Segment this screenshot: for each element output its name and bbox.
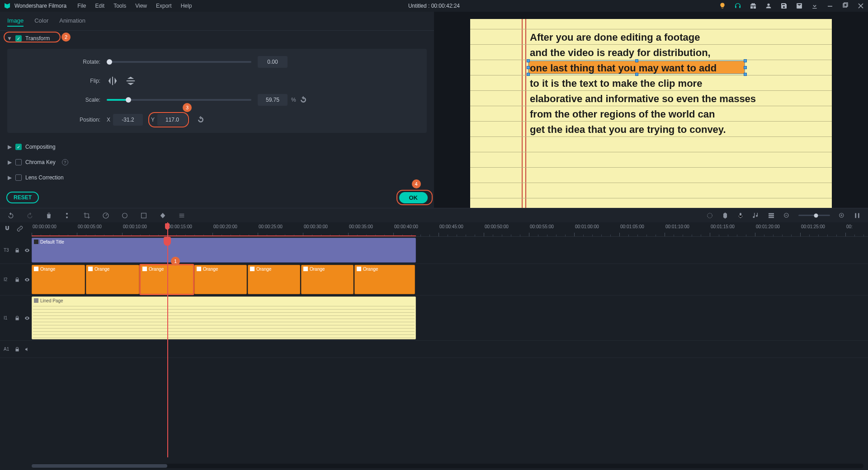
lens-checkbox[interactable] <box>15 174 22 181</box>
playhead-handle[interactable] <box>165 223 170 230</box>
render-icon[interactable] <box>706 212 713 219</box>
position-y-value[interactable]: 117.0 <box>157 114 187 126</box>
orange-clip[interactable]: Orange <box>248 265 300 294</box>
eye-icon[interactable] <box>24 315 30 321</box>
orange-clip[interactable]: Orange <box>140 265 193 294</box>
ruler-label: 00: <box>846 224 853 229</box>
notebook-margin-line <box>525 19 526 227</box>
menu-view[interactable]: View <box>135 3 147 9</box>
zoom-out-icon[interactable] <box>783 212 790 219</box>
close-button[interactable] <box>857 2 864 9</box>
tab-color[interactable]: Color <box>34 15 48 27</box>
orange-clip[interactable]: Orange <box>194 265 247 294</box>
chevron-right-icon: ▶ <box>7 159 12 165</box>
flip-vertical-icon[interactable] <box>125 76 137 86</box>
preview-viewport[interactable]: /*placeholder*/ After you are done editi… <box>434 12 868 234</box>
timeline-horizontal-scrollbar[interactable] <box>32 464 863 468</box>
menu-edit[interactable]: Edit <box>95 3 105 9</box>
eye-icon[interactable] <box>24 277 30 282</box>
menu-export[interactable]: Export <box>156 3 172 9</box>
zoom-fit-icon[interactable] <box>854 212 861 219</box>
scale-reset-icon[interactable] <box>300 96 307 103</box>
download-icon[interactable] <box>811 2 818 9</box>
voiceover-icon[interactable] <box>737 212 744 219</box>
marker-icon[interactable] <box>722 212 729 219</box>
tab-animation[interactable]: Animation <box>59 15 85 27</box>
track-manager-icon[interactable] <box>768 212 775 219</box>
undo-icon[interactable] <box>7 212 14 219</box>
mail-icon[interactable] <box>796 2 803 9</box>
magnet-icon[interactable] <box>4 225 11 232</box>
preview-text-line: from the other regions of the world can <box>530 108 715 120</box>
headphones-icon[interactable] <box>734 2 741 9</box>
help-icon[interactable]: ? <box>62 159 68 165</box>
tab-image[interactable]: Image <box>7 15 24 27</box>
compositing-checkbox[interactable]: ✓ <box>15 144 22 150</box>
maximize-button[interactable] <box>842 2 849 9</box>
save-icon[interactable] <box>780 2 788 9</box>
keyframe-icon[interactable] <box>159 212 166 219</box>
selection-handle[interactable] <box>744 73 747 76</box>
selection-handle[interactable] <box>744 59 747 62</box>
lightbulb-icon[interactable] <box>719 2 726 9</box>
link-icon[interactable] <box>16 225 24 232</box>
scale-slider[interactable] <box>107 99 251 101</box>
lock-icon[interactable] <box>14 315 20 321</box>
flip-horizontal-icon[interactable] <box>107 76 118 86</box>
orange-clip-label: Orange <box>40 267 55 272</box>
menu-file[interactable]: File <box>77 3 86 9</box>
rotate-slider[interactable] <box>107 61 251 63</box>
section-chroma-header[interactable]: ▶ Chroma Key ? <box>5 155 429 170</box>
zoom-in-icon[interactable] <box>838 212 845 219</box>
section-compositing-header[interactable]: ▶ ✓ Compositing <box>5 139 429 155</box>
lined-page-clip[interactable]: Lined Page <box>32 296 416 339</box>
green-screen-icon[interactable] <box>140 212 147 219</box>
redo-icon[interactable] <box>26 212 33 219</box>
preview-text-line: one last thing that you may want to add <box>530 62 717 74</box>
minimize-button[interactable] <box>826 2 834 9</box>
lock-icon[interactable] <box>14 347 20 352</box>
transform-body: Rotate: 0.00 Flip: Scale: <box>7 49 427 133</box>
title-clip-label: Default Title <box>40 240 64 244</box>
speed-icon[interactable] <box>102 212 109 219</box>
playhead-line <box>167 222 168 457</box>
selection-handle[interactable] <box>527 73 530 76</box>
menu-tools[interactable]: Tools <box>113 3 126 9</box>
position-x-value[interactable]: -31.2 <box>113 114 143 126</box>
section-lens-header[interactable]: ▶ Lens Correction <box>5 170 429 185</box>
transform-checkbox[interactable]: ✓ <box>15 35 22 42</box>
eye-icon[interactable] <box>24 248 30 253</box>
title-clip[interactable]: Default Title <box>32 238 416 263</box>
playhead-scissors-icon[interactable] <box>164 237 171 246</box>
crop-icon[interactable] <box>83 212 90 219</box>
rotate-value[interactable]: 0.00 <box>258 56 288 68</box>
selection-handle[interactable] <box>527 59 530 62</box>
split-icon[interactable] <box>64 212 71 219</box>
color-icon[interactable] <box>121 212 128 219</box>
selection-handle[interactable] <box>635 59 638 62</box>
position-reset-icon[interactable] <box>197 116 204 123</box>
chroma-checkbox[interactable] <box>15 159 22 165</box>
audio-mixer-icon[interactable] <box>752 212 760 219</box>
selection-handle[interactable] <box>527 66 530 69</box>
ruler-label: 00:00:10:00 <box>123 224 147 229</box>
selection-handle[interactable] <box>744 66 747 69</box>
timeline-ruler[interactable]: 00:00:00:0000:00:05:0000:00:10:0000:00:1… <box>32 222 868 237</box>
scale-value[interactable]: 59.75 <box>258 94 288 106</box>
adjust-icon[interactable] <box>178 212 185 219</box>
lock-icon[interactable] <box>14 277 20 282</box>
orange-clip[interactable]: Orange <box>354 265 415 294</box>
reset-button[interactable]: RESET <box>6 192 39 203</box>
lock-icon[interactable] <box>14 248 20 253</box>
user-icon[interactable] <box>765 2 772 9</box>
ok-button[interactable]: OK <box>399 192 428 203</box>
gift-icon[interactable] <box>750 2 757 9</box>
orange-clip[interactable]: Orange <box>32 265 85 294</box>
orange-clip[interactable]: Orange <box>301 265 354 294</box>
delete-icon[interactable] <box>45 212 52 219</box>
orange-clip[interactable]: Orange <box>86 265 139 294</box>
section-transform-header[interactable]: ▼ ✓ Transform <box>5 31 52 46</box>
zoom-slider[interactable] <box>798 215 830 216</box>
mute-icon[interactable] <box>24 347 30 352</box>
menu-help[interactable]: Help <box>181 3 192 9</box>
